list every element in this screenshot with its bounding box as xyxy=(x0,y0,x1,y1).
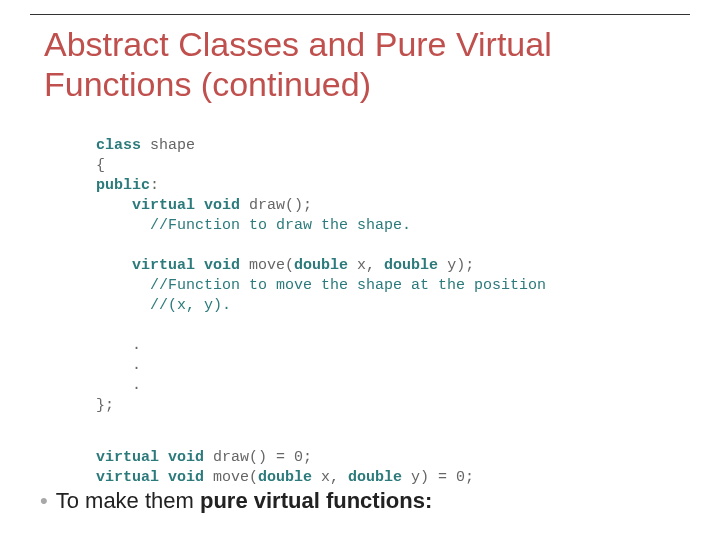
bullet-marker: • xyxy=(40,488,56,513)
draw-pure: draw() = 0; xyxy=(204,449,312,466)
keyword-virtual: virtual xyxy=(132,257,195,274)
keyword-virtual: virtual xyxy=(132,197,195,214)
comment-move-2: //(x, y). xyxy=(150,297,231,314)
keyword-void: void xyxy=(168,449,204,466)
keyword-double: double xyxy=(294,257,348,274)
move-name: move( xyxy=(204,469,258,486)
bullet-text-bold: pure virtual functions: xyxy=(200,488,432,513)
keyword-void: void xyxy=(204,257,240,274)
comment-move-1: //Function to move the shape at the posi… xyxy=(150,277,546,294)
class-name: shape xyxy=(141,137,195,154)
keyword-void: void xyxy=(204,197,240,214)
ellipsis-dot: . xyxy=(132,337,141,354)
bullet-text-pre: To make them xyxy=(56,488,200,513)
keyword-double: double xyxy=(348,469,402,486)
colon: : xyxy=(150,177,159,194)
param-y: y) = 0; xyxy=(402,469,474,486)
ellipsis-dot: . xyxy=(132,357,141,374)
param-x: x, xyxy=(312,469,348,486)
keyword-void: void xyxy=(168,469,204,486)
param-x: x, xyxy=(348,257,384,274)
keyword-public: public xyxy=(96,177,150,194)
top-rule xyxy=(30,14,690,15)
code-block-pure-virtual: virtual void draw() = 0; virtual void mo… xyxy=(96,428,696,488)
param-y: y); xyxy=(438,257,474,274)
brace-open: { xyxy=(96,157,105,174)
code-block-class: class shape { public: virtual void draw(… xyxy=(96,116,656,416)
move-name: move( xyxy=(240,257,294,274)
keyword-double: double xyxy=(384,257,438,274)
slide: Abstract Classes and Pure Virtual Functi… xyxy=(0,0,720,540)
ellipsis-dot: . xyxy=(132,377,141,394)
draw-decl: draw(); xyxy=(240,197,312,214)
keyword-virtual: virtual xyxy=(96,449,159,466)
keyword-virtual: virtual xyxy=(96,469,159,486)
brace-close: }; xyxy=(96,397,114,414)
slide-title: Abstract Classes and Pure Virtual Functi… xyxy=(44,24,664,104)
bullet-item: •To make them pure virtual functions: xyxy=(40,488,680,514)
keyword-class: class xyxy=(96,137,141,154)
keyword-double: double xyxy=(258,469,312,486)
comment-draw: //Function to draw the shape. xyxy=(150,217,411,234)
